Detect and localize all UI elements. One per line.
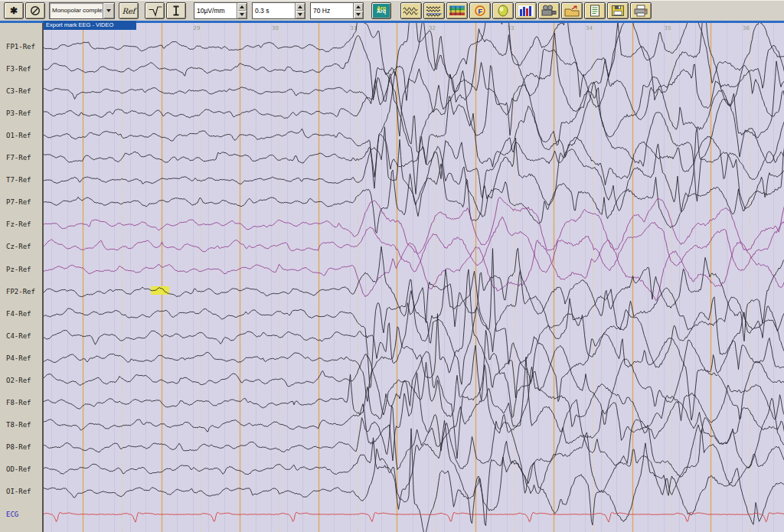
channel-label-fz-ref: Fz-Ref: [6, 220, 31, 228]
channel-label-f3-ref: F3-Ref: [6, 65, 31, 73]
toolbar: ✱ Monopolar comple Ref: [0, 0, 784, 21]
event-mark-button[interactable]: ✱: [4, 2, 24, 19]
histogram-button[interactable]: [515, 2, 537, 19]
frequency-analysis-icon: F: [472, 5, 488, 17]
export-folder-icon: [564, 5, 580, 17]
notch-filter-button[interactable]: [145, 2, 165, 19]
channel-label-p7-ref: P7-Ref: [6, 198, 31, 206]
lowpass-filter-spinner: [310, 2, 364, 19]
channel-label-p8-ref: P8-Ref: [6, 443, 31, 451]
chevron-down-icon[interactable]: [103, 3, 114, 18]
save-button[interactable]: [607, 2, 629, 19]
timebase-spin-up-icon[interactable]: [296, 3, 305, 11]
montage-select[interactable]: Monopolar comple: [49, 2, 115, 19]
brain-map-sphere-icon: [495, 5, 511, 17]
save-floppy-icon: [609, 5, 626, 17]
channel-label-ecg: ECG: [6, 511, 18, 518]
report-document-icon: [586, 5, 603, 17]
svg-text:F: F: [479, 8, 483, 15]
eeg-trace-view-button[interactable]: [400, 2, 422, 19]
channel-label-fp2-ref: FP2-Ref: [6, 288, 35, 295]
asterisk-icon: ✱: [10, 6, 18, 15]
channel-label-p3-ref: P3-Ref: [6, 109, 31, 117]
trace-window-title: Export mark EEG - VIDEO: [44, 21, 136, 30]
lowpass-filter-input[interactable]: [311, 3, 353, 18]
channel-label-o2-ref: O2-Ref: [6, 377, 31, 384]
channel-label-f7-ref: F7-Ref: [6, 154, 31, 162]
sensitivity-spin-up-icon[interactable]: [237, 3, 247, 11]
channel-label-t8-ref: T8-Ref: [6, 421, 31, 429]
sensitivity-spinner: [194, 2, 247, 19]
channel-label-gutter: FP1-RefF3-RefC3-RefP3-RefO1-RefF7-RefT7-…: [0, 23, 42, 532]
sensitivity-input[interactable]: [194, 3, 237, 18]
spectrogram-button[interactable]: [446, 2, 468, 19]
disable-button[interactable]: [25, 2, 45, 19]
video-button[interactable]: [538, 2, 560, 19]
arq-button[interactable]: Arq: [371, 2, 391, 19]
channel-label-oi-ref: OI-Ref: [6, 488, 31, 495]
no-symbol-icon: [30, 5, 41, 16]
amplitude-ibeam-icon: [170, 5, 182, 17]
timebase-input[interactable]: [253, 3, 295, 18]
frequency-analysis-button[interactable]: F: [469, 2, 491, 19]
montage-select-value: Monopolar comple: [50, 3, 103, 18]
filter-spin-up-icon[interactable]: [354, 3, 363, 11]
channel-label-p4-ref: P4-Ref: [6, 354, 31, 362]
notch-filter-icon: [148, 5, 162, 17]
channel-label-od-ref: OD-Ref: [6, 465, 31, 473]
channel-label-t7-ref: T7-Ref: [6, 176, 31, 184]
eeg-trace-canvas[interactable]: [44, 23, 784, 532]
channel-label-c4-ref: C4-Ref: [6, 332, 31, 340]
filter-spin-down-icon[interactable]: [354, 11, 363, 18]
multi-trace-view-button[interactable]: [423, 2, 445, 19]
reference-button[interactable]: Ref: [119, 2, 139, 19]
arq-button-label: Arq: [377, 8, 386, 14]
reference-button-label: Ref: [122, 7, 135, 15]
channel-label-cz-ref: Cz-Ref: [6, 243, 31, 250]
printer-icon: [632, 5, 649, 17]
channel-label-o1-ref: O1-Ref: [6, 132, 31, 139]
eeg-application-window: ✱ Monopolar comple Ref: [0, 0, 784, 532]
channel-label-c3-ref: C3-Ref: [6, 87, 31, 95]
video-camera-icon: [541, 5, 557, 17]
channel-label-f8-ref: F8-Ref: [6, 399, 31, 406]
eeg-trace-icon: [403, 5, 420, 17]
sensitivity-spin-down-icon[interactable]: [237, 11, 247, 18]
spectrogram-icon: [449, 5, 466, 17]
multi-trace-icon: [426, 5, 443, 17]
brain-map-button[interactable]: [492, 2, 514, 19]
print-button[interactable]: [630, 2, 652, 19]
channel-label-fp1-ref: FP1-Ref: [6, 43, 35, 51]
timebase-spinner: [252, 2, 305, 19]
channel-label-f4-ref: F4-Ref: [6, 310, 31, 318]
histogram-icon: [518, 5, 534, 17]
report-button[interactable]: [584, 2, 606, 19]
export-button[interactable]: [561, 2, 583, 19]
amplitude-scale-button[interactable]: [166, 2, 186, 19]
channel-label-pz-ref: Pz-Ref: [6, 266, 31, 273]
timebase-spin-down-icon[interactable]: [296, 11, 305, 18]
